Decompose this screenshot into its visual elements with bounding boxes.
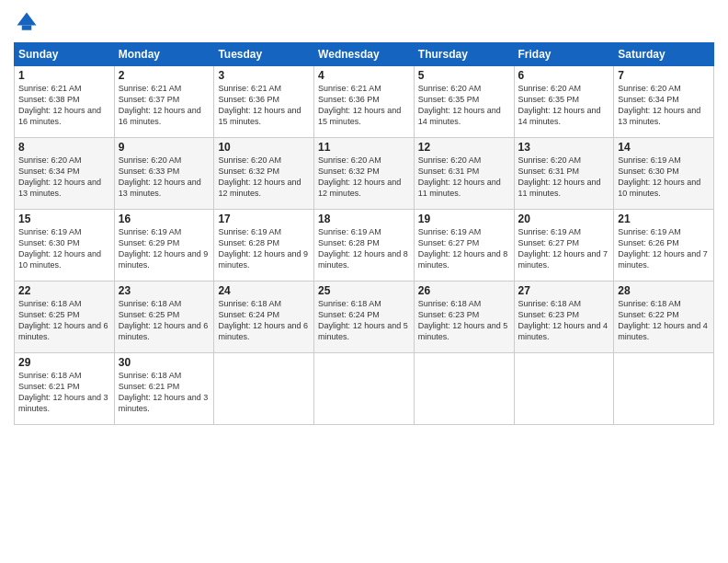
calendar-body: 1 Sunrise: 6:21 AMSunset: 6:38 PMDayligh… xyxy=(15,66,714,425)
day-number: 19 xyxy=(418,213,510,225)
calendar-cell xyxy=(514,353,614,425)
header-day-wednesday: Wednesday xyxy=(314,43,415,66)
day-info: Sunrise: 6:18 AMSunset: 6:21 PMDaylight:… xyxy=(119,371,209,413)
day-info: Sunrise: 6:20 AMSunset: 6:35 PMDaylight:… xyxy=(418,84,501,126)
day-info: Sunrise: 6:19 AMSunset: 6:28 PMDaylight:… xyxy=(318,227,408,270)
day-number: 9 xyxy=(119,141,210,154)
calendar-cell: 24 Sunrise: 6:18 AMSunset: 6:24 PMDaylig… xyxy=(214,282,314,353)
day-number: 6 xyxy=(518,69,610,82)
day-number: 15 xyxy=(18,213,110,225)
day-info: Sunrise: 6:20 AMSunset: 6:31 PMDaylight:… xyxy=(518,155,601,198)
calendar-cell: 13 Sunrise: 6:20 AMSunset: 6:31 PMDaylig… xyxy=(514,138,614,210)
day-number: 13 xyxy=(518,141,610,154)
header-day-thursday: Thursday xyxy=(414,43,514,66)
day-info: Sunrise: 6:18 AMSunset: 6:25 PMDaylight:… xyxy=(119,299,209,341)
day-number: 22 xyxy=(18,284,110,297)
day-number: 8 xyxy=(18,141,110,154)
day-number: 7 xyxy=(618,69,710,82)
day-number: 10 xyxy=(218,141,310,154)
day-number: 21 xyxy=(618,213,710,225)
calendar-cell: 23 Sunrise: 6:18 AMSunset: 6:25 PMDaylig… xyxy=(114,282,214,353)
day-number: 4 xyxy=(318,69,410,82)
calendar-week-5: 29 Sunrise: 6:18 AMSunset: 6:21 PMDaylig… xyxy=(15,353,714,425)
calendar-week-2: 8 Sunrise: 6:20 AMSunset: 6:34 PMDayligh… xyxy=(15,138,714,210)
day-info: Sunrise: 6:20 AMSunset: 6:33 PMDaylight:… xyxy=(119,155,201,198)
day-info: Sunrise: 6:19 AMSunset: 6:27 PMDaylight:… xyxy=(418,227,508,270)
calendar-cell: 1 Sunrise: 6:21 AMSunset: 6:38 PMDayligh… xyxy=(15,66,115,138)
day-info: Sunrise: 6:18 AMSunset: 6:23 PMDaylight:… xyxy=(418,299,508,341)
day-info: Sunrise: 6:20 AMSunset: 6:32 PMDaylight:… xyxy=(318,155,401,198)
day-number: 12 xyxy=(418,141,510,154)
header-day-sunday: Sunday xyxy=(15,43,115,66)
calendar-cell: 20 Sunrise: 6:19 AMSunset: 6:27 PMDaylig… xyxy=(514,210,614,282)
calendar-cell: 14 Sunrise: 6:19 AMSunset: 6:30 PMDaylig… xyxy=(614,138,714,210)
day-number: 18 xyxy=(318,213,410,225)
svg-marker-0 xyxy=(17,13,37,26)
calendar-cell xyxy=(214,353,314,425)
calendar-cell: 15 Sunrise: 6:19 AMSunset: 6:30 PMDaylig… xyxy=(15,210,115,282)
day-number: 16 xyxy=(119,213,210,225)
day-info: Sunrise: 6:18 AMSunset: 6:21 PMDaylight:… xyxy=(18,371,108,413)
calendar-cell: 3 Sunrise: 6:21 AMSunset: 6:36 PMDayligh… xyxy=(214,66,314,138)
day-number: 24 xyxy=(218,284,310,297)
calendar-cell: 11 Sunrise: 6:20 AMSunset: 6:32 PMDaylig… xyxy=(314,138,415,210)
calendar-cell: 26 Sunrise: 6:18 AMSunset: 6:23 PMDaylig… xyxy=(414,282,514,353)
calendar-header-row: SundayMondayTuesdayWednesdayThursdayFrid… xyxy=(15,43,714,66)
day-number: 14 xyxy=(618,141,710,154)
day-number: 25 xyxy=(318,284,410,297)
day-info: Sunrise: 6:18 AMSunset: 6:22 PMDaylight:… xyxy=(618,299,708,341)
calendar-cell: 5 Sunrise: 6:20 AMSunset: 6:35 PMDayligh… xyxy=(414,66,514,138)
logo xyxy=(14,9,43,35)
day-number: 27 xyxy=(518,284,610,297)
header-day-tuesday: Tuesday xyxy=(214,43,314,66)
day-info: Sunrise: 6:18 AMSunset: 6:23 PMDaylight:… xyxy=(518,299,609,341)
calendar-cell: 21 Sunrise: 6:19 AMSunset: 6:26 PMDaylig… xyxy=(614,210,714,282)
calendar-cell: 22 Sunrise: 6:18 AMSunset: 6:25 PMDaylig… xyxy=(15,282,115,353)
day-info: Sunrise: 6:18 AMSunset: 6:24 PMDaylight:… xyxy=(218,299,308,341)
day-number: 1 xyxy=(18,69,110,82)
day-number: 28 xyxy=(618,284,710,297)
day-info: Sunrise: 6:21 AMSunset: 6:36 PMDaylight:… xyxy=(318,84,401,126)
calendar-cell: 19 Sunrise: 6:19 AMSunset: 6:27 PMDaylig… xyxy=(414,210,514,282)
day-info: Sunrise: 6:19 AMSunset: 6:30 PMDaylight:… xyxy=(18,227,101,270)
day-info: Sunrise: 6:19 AMSunset: 6:28 PMDaylight:… xyxy=(218,227,308,270)
calendar-cell: 2 Sunrise: 6:21 AMSunset: 6:37 PMDayligh… xyxy=(114,66,214,138)
calendar-cell: 6 Sunrise: 6:20 AMSunset: 6:35 PMDayligh… xyxy=(514,66,614,138)
calendar-cell: 18 Sunrise: 6:19 AMSunset: 6:28 PMDaylig… xyxy=(314,210,415,282)
calendar-week-1: 1 Sunrise: 6:21 AMSunset: 6:38 PMDayligh… xyxy=(15,66,714,138)
day-info: Sunrise: 6:19 AMSunset: 6:26 PMDaylight:… xyxy=(618,227,708,270)
day-info: Sunrise: 6:18 AMSunset: 6:25 PMDaylight:… xyxy=(18,299,108,341)
day-info: Sunrise: 6:19 AMSunset: 6:27 PMDaylight:… xyxy=(518,227,609,270)
calendar-cell: 7 Sunrise: 6:20 AMSunset: 6:34 PMDayligh… xyxy=(614,66,714,138)
calendar-cell: 12 Sunrise: 6:20 AMSunset: 6:31 PMDaylig… xyxy=(414,138,514,210)
calendar-cell: 28 Sunrise: 6:18 AMSunset: 6:22 PMDaylig… xyxy=(614,282,714,353)
day-info: Sunrise: 6:20 AMSunset: 6:32 PMDaylight:… xyxy=(218,155,301,198)
header-day-monday: Monday xyxy=(114,43,214,66)
header-day-saturday: Saturday xyxy=(614,43,714,66)
day-number: 23 xyxy=(119,284,210,297)
day-info: Sunrise: 6:19 AMSunset: 6:30 PMDaylight:… xyxy=(618,155,700,198)
day-info: Sunrise: 6:21 AMSunset: 6:36 PMDaylight:… xyxy=(218,84,301,126)
calendar-cell: 8 Sunrise: 6:20 AMSunset: 6:34 PMDayligh… xyxy=(15,138,115,210)
calendar-week-4: 22 Sunrise: 6:18 AMSunset: 6:25 PMDaylig… xyxy=(15,282,714,353)
calendar-cell: 17 Sunrise: 6:19 AMSunset: 6:28 PMDaylig… xyxy=(214,210,314,282)
calendar-page: SundayMondayTuesdayWednesdayThursdayFrid… xyxy=(0,0,728,563)
calendar-cell xyxy=(314,353,415,425)
calendar-cell: 25 Sunrise: 6:18 AMSunset: 6:24 PMDaylig… xyxy=(314,282,415,353)
day-info: Sunrise: 6:18 AMSunset: 6:24 PMDaylight:… xyxy=(318,299,408,341)
calendar-cell: 30 Sunrise: 6:18 AMSunset: 6:21 PMDaylig… xyxy=(114,353,214,425)
day-info: Sunrise: 6:20 AMSunset: 6:35 PMDaylight:… xyxy=(518,84,601,126)
calendar-cell: 10 Sunrise: 6:20 AMSunset: 6:32 PMDaylig… xyxy=(214,138,314,210)
header-day-friday: Friday xyxy=(514,43,614,66)
day-number: 17 xyxy=(218,213,310,225)
day-info: Sunrise: 6:21 AMSunset: 6:37 PMDaylight:… xyxy=(119,84,201,126)
day-info: Sunrise: 6:20 AMSunset: 6:34 PMDaylight:… xyxy=(18,155,101,198)
day-info: Sunrise: 6:20 AMSunset: 6:31 PMDaylight:… xyxy=(418,155,501,198)
day-number: 2 xyxy=(119,69,210,82)
day-number: 20 xyxy=(518,213,610,225)
calendar-cell: 27 Sunrise: 6:18 AMSunset: 6:23 PMDaylig… xyxy=(514,282,614,353)
day-number: 3 xyxy=(218,69,310,82)
day-number: 26 xyxy=(418,284,510,297)
calendar-week-3: 15 Sunrise: 6:19 AMSunset: 6:30 PMDaylig… xyxy=(15,210,714,282)
day-info: Sunrise: 6:20 AMSunset: 6:34 PMDaylight:… xyxy=(618,84,700,126)
